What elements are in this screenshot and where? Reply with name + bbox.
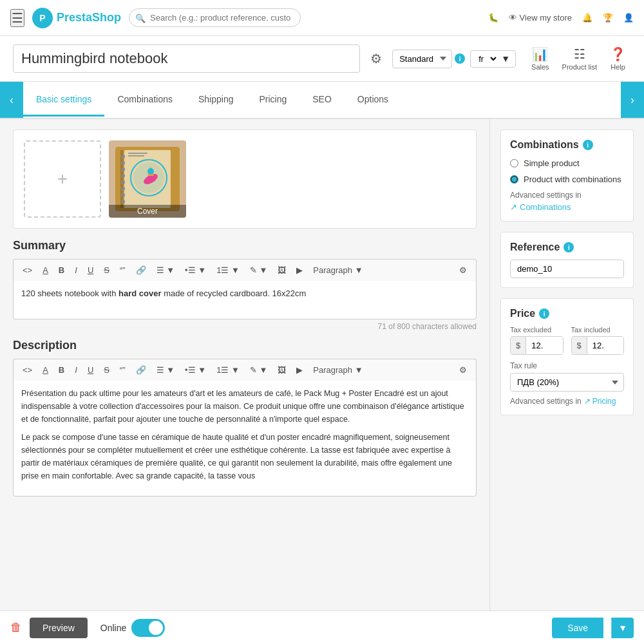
navbar: ☰ P PrestaShop 🔍 🐛 👁 View my store 🔔 🏆 👤 <box>0 0 644 36</box>
bullet-list-btn[interactable]: •☰ ▼ <box>181 263 210 277</box>
desc-bold-btn[interactable]: B <box>55 363 68 377</box>
combinations-info-icon[interactable]: i <box>583 140 593 150</box>
main-content: + <box>0 119 644 612</box>
combinations-advanced-link[interactable]: ↗ Combinations <box>510 202 624 212</box>
tabs-bar: ‹ Basic settings Combinations Shipping P… <box>0 82 644 119</box>
reference-input[interactable] <box>510 260 624 278</box>
product-with-combinations-option[interactable]: Product with combinations <box>510 175 624 184</box>
combinations-link-text: Combinations <box>520 202 571 212</box>
pricing-external-link-icon: ↗ <box>584 397 591 406</box>
pricing-advanced-link[interactable]: ↗ Pricing <box>584 397 616 406</box>
lang-select[interactable]: fr en es <box>476 53 498 64</box>
link-btn[interactable]: 🔗 <box>132 263 150 277</box>
desc-paragraph-btn[interactable]: Paragraph ▼ <box>309 363 366 377</box>
desc-font-btn[interactable]: A <box>39 363 52 377</box>
ai-assist-icon[interactable]: ⚙ <box>370 51 382 66</box>
brand-name: PrestaShop <box>57 11 121 24</box>
search-input[interactable] <box>129 8 301 27</box>
tabs-prev-arrow[interactable]: ‹ <box>0 82 23 118</box>
image-insert-btn[interactable]: 🖼 <box>274 263 290 277</box>
product-with-combinations-radio[interactable] <box>510 175 518 184</box>
desc-link-btn[interactable]: 🔗 <box>132 363 150 377</box>
tab-shipping[interactable]: Shipping <box>185 84 247 117</box>
video-insert-btn[interactable]: ▶ <box>292 263 307 277</box>
desc-strikethrough-btn[interactable]: S <box>100 363 113 377</box>
tab-options[interactable]: Options <box>345 84 401 117</box>
delete-btn[interactable]: 🗑 <box>10 621 22 634</box>
svg-point-5 <box>121 167 125 171</box>
desc-ai-btn[interactable]: ⚙ <box>455 363 471 377</box>
brand-logo[interactable]: P PrestaShop <box>32 8 121 28</box>
tax-excluded-input[interactable] <box>526 337 562 354</box>
summary-content[interactable]: 120 sheets notebook with hard cover made… <box>13 281 477 319</box>
table-btn[interactable]: ✎ ▼ <box>246 263 271 277</box>
desc-underline-btn[interactable]: U <box>84 363 97 377</box>
sales-nav-btn[interactable]: 📊 Sales <box>526 44 554 73</box>
tax-included-label: Tax included <box>571 326 625 334</box>
user-icon-btn[interactable]: 👤 <box>623 13 634 23</box>
tabs-next-arrow[interactable]: › <box>621 82 644 118</box>
tax-excluded-label: Tax excluded <box>510 326 564 334</box>
code-btn[interactable]: <> <box>19 263 36 277</box>
tab-seo[interactable]: SEO <box>299 84 345 117</box>
type-info-icon[interactable]: i <box>455 53 465 64</box>
help-label: Help <box>611 63 625 71</box>
hamburger-menu-icon[interactable]: ☰ <box>10 9 24 27</box>
simple-product-label: Simple product <box>524 158 580 168</box>
tab-basic-settings[interactable]: Basic settings <box>23 84 104 117</box>
desc-paragraph-2: Le pack se compose d'une tasse en cérami… <box>21 431 468 482</box>
font-btn[interactable]: A <box>39 263 52 277</box>
upload-image-btn[interactable]: + <box>24 140 101 218</box>
svg-point-15 <box>147 168 154 175</box>
desc-bullet-list-btn[interactable]: •☰ ▼ <box>181 363 210 377</box>
simple-product-radio[interactable] <box>510 159 518 167</box>
product-image-wrap: Cover <box>109 140 186 218</box>
save-dropdown-btn[interactable]: ▼ <box>611 618 634 638</box>
paragraph-btn[interactable]: Paragraph ▼ <box>309 263 366 277</box>
tab-combinations[interactable]: Combinations <box>104 84 185 117</box>
reference-box: Reference i <box>500 232 634 288</box>
view-store-link[interactable]: 👁 View my store <box>509 13 572 23</box>
reference-info-icon[interactable]: i <box>564 242 574 252</box>
bug-icon-btn[interactable]: 🐛 <box>488 13 498 23</box>
search-container: 🔍 <box>129 8 301 27</box>
right-panel: Combinations i Simple product Product wi… <box>489 119 644 612</box>
save-btn[interactable]: Save <box>552 618 603 638</box>
tab-pricing[interactable]: Pricing <box>246 84 299 117</box>
description-content[interactable]: Présentation du pack ultime pour les ama… <box>13 381 477 497</box>
bold-btn[interactable]: B <box>55 263 68 277</box>
desc-align-btn[interactable]: ☰ ▼ <box>153 363 178 377</box>
desc-quote-btn[interactable]: “” <box>116 363 129 377</box>
underline-btn[interactable]: U <box>84 263 97 277</box>
simple-product-option[interactable]: Simple product <box>510 158 624 168</box>
trophy-icon-btn[interactable]: 🏆 <box>603 13 613 23</box>
reference-title-text: Reference <box>510 242 560 253</box>
product-name-input[interactable] <box>13 44 360 73</box>
tax-included-input[interactable] <box>587 337 623 354</box>
help-nav-btn[interactable]: ❓ Help <box>605 44 631 73</box>
desc-image-insert-btn[interactable]: 🖼 <box>274 363 290 377</box>
align-btn[interactable]: ☰ ▼ <box>153 263 178 277</box>
desc-video-insert-btn[interactable]: ▶ <box>292 363 307 377</box>
product-type-select[interactable]: Standard Pack Virtual <box>392 50 452 68</box>
online-toggle[interactable]: ✓ <box>131 619 165 637</box>
desc-italic-btn[interactable]: I <box>71 363 81 377</box>
product-list-nav-btn[interactable]: ☷ Product list <box>557 44 602 73</box>
quote-btn[interactable]: “” <box>116 263 129 277</box>
num-list-btn[interactable]: 1☰ ▼ <box>213 263 243 277</box>
strikethrough-btn[interactable]: S <box>100 263 113 277</box>
combinations-box: Combinations i Simple product Product wi… <box>500 129 634 222</box>
combinations-box-title: Combinations i <box>510 139 624 151</box>
desc-table-btn[interactable]: ✎ ▼ <box>246 363 271 377</box>
online-toggle-wrap: Online ✓ <box>100 619 165 637</box>
page-header: ⚙ Standard Pack Virtual i fr en es ▼ 📊 S… <box>0 36 644 82</box>
italic-btn[interactable]: I <box>71 263 81 277</box>
price-info-icon[interactable]: i <box>539 308 549 319</box>
summary-ai-btn[interactable]: ⚙ <box>455 263 471 277</box>
bell-icon-btn[interactable]: 🔔 <box>582 13 592 23</box>
desc-num-list-btn[interactable]: 1☰ ▼ <box>213 363 243 377</box>
preview-btn[interactable]: Preview <box>30 618 88 638</box>
header-actions: Standard Pack Virtual i fr en es ▼ 📊 Sal… <box>392 44 631 73</box>
desc-code-btn[interactable]: <> <box>19 363 36 377</box>
tax-rule-select[interactable]: ПДВ (20%) No tax <box>510 373 624 392</box>
